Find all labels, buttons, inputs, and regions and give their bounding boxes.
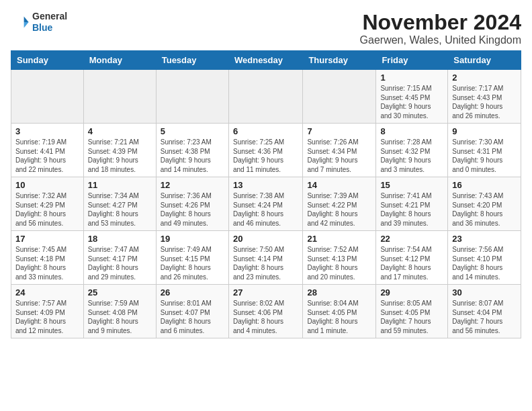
day-cell: 14Sunrise: 7:39 AM Sunset: 4:22 PM Dayli… (303, 177, 376, 231)
day-number: 17 (15, 234, 79, 244)
day-cell: 23Sunrise: 7:56 AM Sunset: 4:10 PM Dayli… (448, 231, 521, 285)
logo-text: General Blue (32, 11, 67, 34)
day-cell: 13Sunrise: 7:38 AM Sunset: 4:24 PM Dayli… (228, 177, 302, 231)
day-cell (83, 70, 156, 124)
day-number: 7 (307, 126, 371, 136)
day-info: Sunrise: 7:23 AM Sunset: 4:38 PM Dayligh… (161, 138, 224, 174)
day-info: Sunrise: 7:47 AM Sunset: 4:17 PM Dayligh… (88, 245, 152, 281)
day-cell: 4Sunrise: 7:21 AM Sunset: 4:39 PM Daylig… (83, 124, 156, 177)
day-cell: 19Sunrise: 7:49 AM Sunset: 4:15 PM Dayli… (156, 231, 228, 285)
day-cell (303, 70, 376, 124)
weekday-header-thursday: Thursday (303, 51, 376, 70)
day-info: Sunrise: 7:30 AM Sunset: 4:31 PM Dayligh… (452, 138, 517, 174)
day-info: Sunrise: 7:45 AM Sunset: 4:18 PM Dayligh… (15, 245, 79, 281)
day-info: Sunrise: 8:04 AM Sunset: 4:05 PM Dayligh… (307, 299, 371, 335)
day-cell: 5Sunrise: 7:23 AM Sunset: 4:38 PM Daylig… (156, 124, 228, 177)
day-info: Sunrise: 8:07 AM Sunset: 4:04 PM Dayligh… (452, 299, 517, 335)
day-number: 6 (233, 126, 298, 136)
day-cell: 15Sunrise: 7:41 AM Sunset: 4:21 PM Dayli… (376, 177, 448, 231)
day-info: Sunrise: 7:57 AM Sunset: 4:09 PM Dayligh… (15, 299, 79, 335)
day-info: Sunrise: 7:52 AM Sunset: 4:13 PM Dayligh… (307, 245, 371, 281)
day-info: Sunrise: 8:02 AM Sunset: 4:06 PM Dayligh… (233, 299, 298, 335)
day-info: Sunrise: 8:01 AM Sunset: 4:07 PM Dayligh… (161, 299, 224, 335)
day-info: Sunrise: 7:50 AM Sunset: 4:14 PM Dayligh… (233, 245, 298, 281)
day-cell: 3Sunrise: 7:19 AM Sunset: 4:41 PM Daylig… (11, 124, 84, 177)
day-cell: 25Sunrise: 7:59 AM Sunset: 4:08 PM Dayli… (83, 285, 156, 338)
week-row-5: 24Sunrise: 7:57 AM Sunset: 4:09 PM Dayli… (11, 285, 521, 338)
day-number: 2 (452, 73, 517, 83)
svg-marker-1 (24, 22, 29, 28)
day-cell: 18Sunrise: 7:47 AM Sunset: 4:17 PM Dayli… (83, 231, 156, 285)
day-number: 21 (307, 234, 371, 244)
weekday-header-friday: Friday (376, 51, 448, 70)
day-cell: 26Sunrise: 8:01 AM Sunset: 4:07 PM Dayli… (156, 285, 228, 338)
day-number: 20 (233, 234, 298, 244)
day-cell: 1Sunrise: 7:15 AM Sunset: 4:45 PM Daylig… (376, 70, 448, 124)
day-number: 14 (307, 180, 371, 190)
day-cell: 6Sunrise: 7:25 AM Sunset: 4:36 PM Daylig… (228, 124, 302, 177)
week-row-1: 1Sunrise: 7:15 AM Sunset: 4:45 PM Daylig… (11, 70, 521, 124)
weekday-header-saturday: Saturday (448, 51, 521, 70)
day-number: 25 (88, 287, 152, 298)
day-cell: 8Sunrise: 7:28 AM Sunset: 4:32 PM Daylig… (376, 124, 448, 177)
day-cell: 30Sunrise: 8:07 AM Sunset: 4:04 PM Dayli… (448, 285, 521, 338)
day-cell: 9Sunrise: 7:30 AM Sunset: 4:31 PM Daylig… (448, 124, 521, 177)
day-cell: 16Sunrise: 7:43 AM Sunset: 4:20 PM Dayli… (448, 177, 521, 231)
day-cell (228, 70, 302, 124)
day-info: Sunrise: 7:28 AM Sunset: 4:32 PM Dayligh… (380, 138, 443, 174)
week-row-4: 17Sunrise: 7:45 AM Sunset: 4:18 PM Dayli… (11, 231, 521, 285)
day-number: 11 (88, 180, 152, 190)
weekday-header-row: SundayMondayTuesdayWednesdayThursdayFrid… (11, 51, 521, 70)
day-cell: 10Sunrise: 7:32 AM Sunset: 4:29 PM Dayli… (11, 177, 84, 231)
day-number: 28 (307, 287, 371, 298)
day-info: Sunrise: 7:41 AM Sunset: 4:21 PM Dayligh… (380, 191, 443, 228)
day-info: Sunrise: 7:34 AM Sunset: 4:27 PM Dayligh… (88, 191, 152, 228)
day-number: 30 (452, 287, 517, 298)
weekday-header-monday: Monday (83, 51, 156, 70)
day-cell: 21Sunrise: 7:52 AM Sunset: 4:13 PM Dayli… (303, 231, 376, 285)
day-number: 10 (15, 180, 79, 190)
day-number: 1 (380, 73, 443, 83)
month-title: November 2024 (360, 11, 521, 34)
day-cell: 7Sunrise: 7:26 AM Sunset: 4:34 PM Daylig… (303, 124, 376, 177)
weekday-header-tuesday: Tuesday (156, 51, 228, 70)
day-number: 9 (452, 126, 517, 136)
day-number: 3 (15, 126, 79, 136)
day-cell: 17Sunrise: 7:45 AM Sunset: 4:18 PM Dayli… (11, 231, 84, 285)
day-number: 19 (161, 234, 224, 244)
day-number: 24 (15, 287, 79, 298)
day-info: Sunrise: 7:21 AM Sunset: 4:39 PM Dayligh… (88, 138, 152, 174)
day-info: Sunrise: 8:05 AM Sunset: 4:05 PM Dayligh… (380, 299, 443, 335)
day-cell: 12Sunrise: 7:36 AM Sunset: 4:26 PM Dayli… (156, 177, 228, 231)
day-number: 4 (88, 126, 152, 136)
week-row-3: 10Sunrise: 7:32 AM Sunset: 4:29 PM Dayli… (11, 177, 521, 231)
day-number: 22 (380, 234, 443, 244)
week-row-2: 3Sunrise: 7:19 AM Sunset: 4:41 PM Daylig… (11, 124, 521, 177)
day-info: Sunrise: 7:56 AM Sunset: 4:10 PM Dayligh… (452, 245, 517, 281)
day-cell: 28Sunrise: 8:04 AM Sunset: 4:05 PM Dayli… (303, 285, 376, 338)
day-number: 13 (233, 180, 298, 190)
day-number: 26 (161, 287, 224, 298)
day-info: Sunrise: 7:59 AM Sunset: 4:08 PM Dayligh… (88, 299, 152, 335)
day-number: 27 (233, 287, 298, 298)
location: Gaerwen, Wales, United Kingdom (360, 34, 521, 46)
day-info: Sunrise: 7:19 AM Sunset: 4:41 PM Dayligh… (15, 138, 79, 174)
day-number: 15 (380, 180, 443, 190)
day-cell: 27Sunrise: 8:02 AM Sunset: 4:06 PM Dayli… (228, 285, 302, 338)
day-cell: 11Sunrise: 7:34 AM Sunset: 4:27 PM Dayli… (83, 177, 156, 231)
weekday-header-wednesday: Wednesday (228, 51, 302, 70)
day-cell: 20Sunrise: 7:50 AM Sunset: 4:14 PM Dayli… (228, 231, 302, 285)
day-info: Sunrise: 7:17 AM Sunset: 4:43 PM Dayligh… (452, 84, 517, 120)
day-cell (156, 70, 228, 124)
day-cell: 24Sunrise: 7:57 AM Sunset: 4:09 PM Dayli… (11, 285, 84, 338)
day-info: Sunrise: 7:38 AM Sunset: 4:24 PM Dayligh… (233, 191, 298, 228)
day-number: 8 (380, 126, 443, 136)
day-number: 16 (452, 180, 517, 190)
day-cell (11, 70, 84, 124)
day-number: 23 (452, 234, 517, 244)
logo: General Blue (11, 11, 67, 34)
day-number: 29 (380, 287, 443, 298)
day-cell: 22Sunrise: 7:54 AM Sunset: 4:12 PM Dayli… (376, 231, 448, 285)
day-info: Sunrise: 7:49 AM Sunset: 4:15 PM Dayligh… (161, 245, 224, 281)
day-info: Sunrise: 7:25 AM Sunset: 4:36 PM Dayligh… (233, 138, 298, 174)
